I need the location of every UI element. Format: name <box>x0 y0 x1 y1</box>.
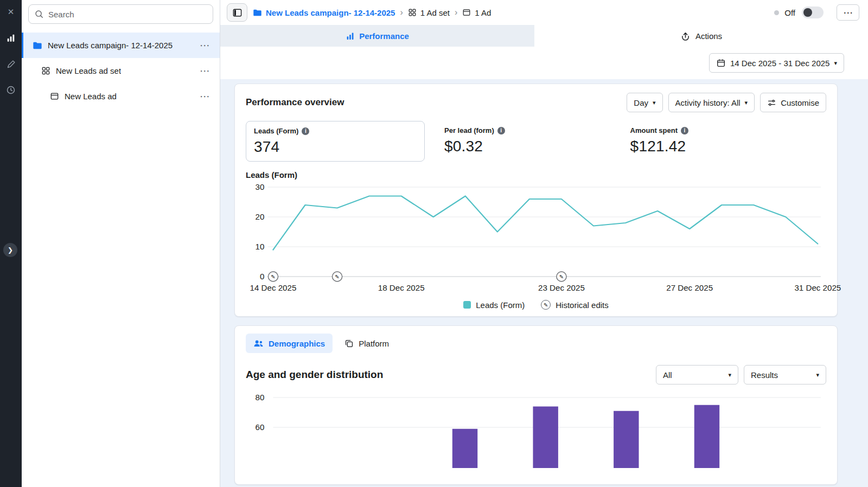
breadcrumb-ad[interactable]: 1 Ad <box>462 8 491 17</box>
chart-icon <box>346 31 355 41</box>
breakdown-card: Demographics Platform Age and gender dis… <box>234 325 838 485</box>
breakdown-filter-dropdown[interactable]: All ▾ <box>656 365 738 385</box>
activity-label: Activity history: All <box>675 98 741 107</box>
metric-value: $0.32 <box>444 138 505 155</box>
tab-label: Actions <box>695 31 722 41</box>
svg-text:14 Dec 2025: 14 Dec 2025 <box>250 283 297 292</box>
tree-item-label: New Leads ad set <box>56 66 121 75</box>
more-icon[interactable]: ⋯ <box>197 90 212 102</box>
info-icon: i <box>681 127 688 134</box>
age-gender-bar-chart: 8060 <box>246 392 826 463</box>
chevron-right-icon: › <box>400 8 403 17</box>
tab-platform[interactable]: Platform <box>337 334 397 353</box>
tab-performance[interactable]: Performance <box>220 25 534 47</box>
leads-line-chart: 0102030✎✎✎14 Dec 202518 Dec 202523 Dec 2… <box>246 182 826 296</box>
svg-text:10: 10 <box>255 242 264 251</box>
legend-label: Historical edits <box>556 300 609 310</box>
date-range-button[interactable]: 14 Dec 2025 - 31 Dec 2025 ▾ <box>709 53 844 73</box>
legend-label: Leads (Form) <box>476 300 525 310</box>
metric-value: $121.42 <box>630 138 688 155</box>
chevron-down-icon: ▾ <box>834 60 837 67</box>
info-icon: i <box>497 127 505 134</box>
metric-label: Leads (Form) <box>254 127 298 135</box>
breadcrumb-ad-set[interactable]: 1 Ad set <box>408 8 450 17</box>
edit-icon[interactable] <box>4 57 17 71</box>
filter-label: Results <box>751 370 778 380</box>
svg-text:30: 30 <box>255 182 264 191</box>
breakdown-tabs: Demographics Platform <box>246 334 826 353</box>
date-range-label: 14 Dec 2025 - 31 Dec 2025 <box>730 59 829 68</box>
topbar: New Leads campaign- 12-14-2025 › 1 Ad se… <box>220 0 868 25</box>
svg-text:60: 60 <box>255 422 264 432</box>
legend-historical-edits: ✎ Historical edits <box>541 300 609 310</box>
historical-edits-icon: ✎ <box>541 300 551 310</box>
actions-icon <box>680 31 691 41</box>
activity-history-dropdown[interactable]: Activity history: All ▾ <box>668 93 755 112</box>
metric-label: Per lead (form) <box>444 126 494 134</box>
left-rail: ✕ ❯ <box>0 0 22 487</box>
platform-icon <box>344 339 354 348</box>
metric-value: 374 <box>254 138 417 156</box>
status-label: Off <box>784 8 795 17</box>
search-box[interactable] <box>28 4 213 24</box>
date-row: 14 Dec 2025 - 31 Dec 2025 ▾ <box>220 47 868 79</box>
close-icon[interactable]: ✕ <box>4 5 17 18</box>
customise-button[interactable]: Customise <box>760 93 826 112</box>
metric-filter-dropdown[interactable]: Results ▾ <box>744 365 826 385</box>
metric-label: Amount spent <box>630 126 678 134</box>
tab-label: Platform <box>359 339 389 348</box>
folder-icon <box>253 8 262 17</box>
ad-set-icon <box>41 66 50 75</box>
folder-icon <box>33 41 42 50</box>
people-icon <box>253 338 264 349</box>
campaign-toggle[interactable] <box>802 7 824 18</box>
legend-leads: Leads (Form) <box>463 300 525 310</box>
view-tabs: Performance Actions <box>220 25 868 47</box>
more-options-button[interactable]: ⋯ <box>837 4 859 21</box>
breadcrumb: New Leads campaign- 12-14-2025 › 1 Ad se… <box>253 8 491 17</box>
ad-icon <box>50 92 59 101</box>
info-icon: i <box>302 127 309 135</box>
tree-item-label: New Leads campaign- 12-14-2025 <box>48 41 173 50</box>
chart-title: Leads (Form) <box>246 170 826 180</box>
svg-text:✎: ✎ <box>335 274 339 280</box>
chevron-down-icon: ▾ <box>653 99 656 106</box>
metric-amount-spent[interactable]: Amount spent i $121.42 <box>623 121 696 162</box>
tab-label: Performance <box>359 31 409 41</box>
metric-per-lead[interactable]: Per lead (form) i $0.32 <box>437 121 513 162</box>
svg-text:31 Dec 2025: 31 Dec 2025 <box>794 283 841 292</box>
svg-text:27 Dec 2025: 27 Dec 2025 <box>666 283 713 292</box>
history-icon[interactable] <box>4 84 17 97</box>
search-input[interactable] <box>48 10 207 19</box>
more-icon[interactable]: ⋯ <box>197 65 212 77</box>
tree-item-campaign[interactable]: New Leads campaign- 12-14-2025 ⋯ <box>22 33 220 58</box>
breadcrumb-label: New Leads campaign- 12-14-2025 <box>266 8 395 17</box>
metric-leads-form[interactable]: Leads (Form) i 374 <box>246 121 425 162</box>
tree-item-ad[interactable]: New Leads ad ⋯ <box>22 84 220 109</box>
panel-toggle-button[interactable] <box>227 3 247 22</box>
ad-icon <box>462 8 471 17</box>
filter-label: All <box>663 370 672 380</box>
more-icon[interactable]: ⋯ <box>197 39 212 52</box>
svg-text:20: 20 <box>255 212 264 221</box>
topbar-right: Off ⋯ <box>774 4 859 21</box>
tab-demographics[interactable]: Demographics <box>246 334 333 353</box>
chevron-down-icon: ▾ <box>816 371 819 379</box>
charts-icon[interactable] <box>4 31 17 44</box>
interval-dropdown[interactable]: Day ▾ <box>627 93 662 112</box>
content-area[interactable]: Performance overview Day ▾ Activity hist… <box>220 79 868 487</box>
breadcrumb-campaign[interactable]: New Leads campaign- 12-14-2025 <box>253 8 395 17</box>
section-title: Age and gender distribution <box>246 369 383 381</box>
tree-item-ad-set[interactable]: New Leads ad set ⋯ <box>22 58 220 84</box>
svg-text:0: 0 <box>260 272 264 281</box>
expand-panel-button[interactable]: ❯ <box>3 243 17 257</box>
chart-legend: Leads (Form) ✎ Historical edits <box>246 300 826 310</box>
card-title: Performance overview <box>246 97 344 108</box>
breadcrumb-label: 1 Ad <box>475 8 491 17</box>
tab-actions[interactable]: Actions <box>534 25 868 47</box>
svg-text:✎: ✎ <box>271 274 275 280</box>
breadcrumb-label: 1 Ad set <box>420 8 450 17</box>
calendar-icon <box>716 58 726 68</box>
metric-tiles: Leads (Form) i 374 Per lead (form) i $0.… <box>246 121 826 162</box>
chevron-right-icon: › <box>455 8 457 17</box>
